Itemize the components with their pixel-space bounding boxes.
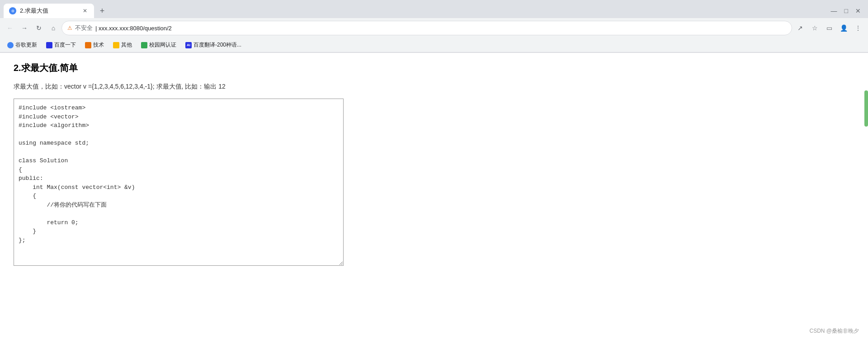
bookmark-campus-icon [141, 42, 147, 48]
bookmark-star-button[interactable]: ☆ [808, 22, 821, 34]
address-bar[interactable]: ⚠ 不安全 | xxx.xxx.xxx:8080/question/2 [61, 21, 792, 35]
bookmark-tech-icon [85, 42, 91, 48]
refresh-button[interactable]: ↻ [33, 22, 45, 34]
browser-chrome: ⊙ 2.求最大值 ✕ + — □ ✕ ← → ↻ ⌂ ⚠ 不安全 | xxx.x… [0, 0, 868, 53]
page-content: 2.求最大值.简单 求最大值，比如：vector v ={1,2,3,4,5,6… [0, 53, 868, 324]
bookmark-other-icon [113, 42, 119, 48]
nav-bar: ← → ↻ ⌂ ⚠ 不安全 | xxx.xxx.xxx:8080/questio… [0, 18, 868, 38]
bookmark-baidu-icon [46, 42, 52, 48]
home-button[interactable]: ⌂ [47, 22, 60, 34]
bookmark-translate[interactable]: Ai 百度翻译-200种语... [182, 40, 245, 50]
tab-close-button[interactable]: ✕ [81, 7, 89, 14]
insecure-label: 不安全 [75, 24, 93, 32]
bookmark-baidu[interactable]: 百度一下 [42, 40, 80, 50]
tab-title: 2.求最大值 [20, 7, 78, 15]
window-minimize-button[interactable]: — [831, 7, 837, 14]
code-editor[interactable]: #include <iostream> #include <vector> #i… [14, 99, 344, 266]
share-button[interactable]: ↗ [794, 22, 807, 34]
question-title: 2.求最大值.简单 [14, 62, 854, 74]
bookmark-google-label: 谷歌更新 [15, 41, 37, 49]
bookmark-google[interactable]: 谷歌更新 [4, 40, 41, 50]
bookmark-other[interactable]: 其他 [109, 40, 136, 50]
url-text: | xxx.xxx.xxx:8080/question/2 [95, 25, 172, 32]
bookmark-campus-label: 校园网认证 [149, 41, 176, 49]
bookmark-baidu-label: 百度一下 [54, 41, 76, 49]
bookmark-tech-label: 技术 [93, 41, 104, 49]
bookmarks-bar: 谷歌更新 百度一下 技术 其他 校园网认证 Ai 百度翻译-200种语... [0, 38, 868, 52]
sidebar-button[interactable]: ▭ [823, 22, 835, 34]
question-description: 求最大值，比如：vector v ={1,2,3,4,5,6,12,3,4,-1… [14, 81, 854, 91]
bookmark-translate-icon: Ai [185, 42, 192, 48]
bookmark-translate-label: 百度翻译-200种语... [193, 41, 241, 49]
active-tab[interactable]: ⊙ 2.求最大值 ✕ [4, 4, 94, 18]
more-button[interactable]: ⋮ [852, 22, 864, 34]
bookmark-campus[interactable]: 校园网认证 [137, 40, 180, 50]
tab-bar: ⊙ 2.求最大值 ✕ + — □ ✕ [0, 0, 868, 18]
bookmark-tech[interactable]: 技术 [81, 40, 108, 50]
new-tab-button[interactable]: + [96, 5, 108, 17]
bookmark-other-label: 其他 [121, 41, 132, 49]
window-controls: — □ ✕ [831, 7, 864, 14]
insecure-icon: ⚠ [67, 25, 72, 31]
tab-favicon: ⊙ [9, 7, 16, 14]
bookmark-google-icon [7, 42, 14, 48]
page-scrollbar[interactable] [864, 90, 868, 127]
profile-button[interactable]: 👤 [837, 22, 850, 34]
csdn-watermark: CSDN @桑榆非晚夕 [809, 327, 859, 335]
window-maximize-button[interactable]: □ [844, 7, 848, 14]
window-close-button[interactable]: ✕ [855, 7, 861, 14]
forward-button[interactable]: → [18, 22, 31, 34]
back-button[interactable]: ← [4, 22, 16, 34]
nav-right-controls: ↗ ☆ ▭ 👤 ⋮ [794, 22, 864, 34]
